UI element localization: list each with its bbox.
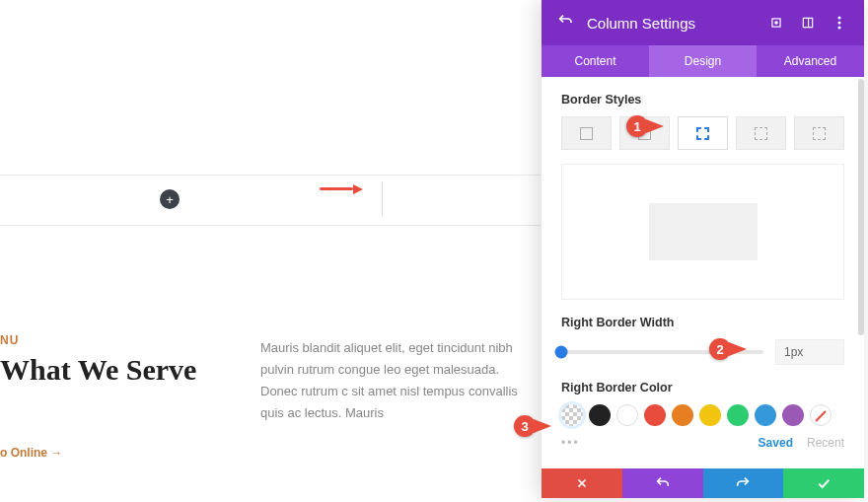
action-bar — [542, 468, 864, 498]
recent-tab[interactable]: Recent — [807, 436, 844, 450]
border-style-selector — [561, 116, 844, 150]
panel-header: Column Settings — [542, 0, 864, 45]
body-text: Mauris blandit aliquet elit, eget tincid… — [260, 337, 537, 424]
swatch-white[interactable] — [616, 404, 638, 426]
border-style-bottom[interactable] — [736, 116, 786, 150]
callout-2: 2 — [709, 338, 747, 360]
instruction-arrow — [320, 187, 353, 190]
arrow-right-icon: → — [50, 446, 62, 460]
tab-content[interactable]: Content — [542, 45, 649, 77]
order-online-link[interactable]: o Online → — [0, 446, 62, 460]
swatch-purple[interactable] — [782, 404, 804, 426]
scrollbar[interactable] — [858, 79, 864, 335]
save-button[interactable] — [783, 468, 864, 498]
swatch-transparent[interactable] — [561, 404, 583, 426]
redo-button[interactable] — [703, 468, 784, 498]
right-border-width-label: Right Border Width — [561, 316, 844, 329]
swatch-blue[interactable] — [755, 404, 776, 426]
border-width-input[interactable]: 1px — [775, 339, 844, 365]
expand-icon[interactable] — [767, 14, 785, 32]
back-icon[interactable] — [557, 13, 573, 33]
swatch-green[interactable] — [727, 404, 749, 426]
callout-3: 3 — [514, 415, 551, 437]
divider — [0, 175, 541, 176]
column-separator — [382, 181, 383, 216]
border-style-right[interactable] — [678, 116, 728, 150]
divider — [0, 225, 541, 226]
tabs: Content Design Advanced — [542, 45, 864, 77]
add-section-button[interactable]: + — [160, 189, 180, 209]
svg-point-5 — [838, 22, 841, 25]
plus-icon: + — [166, 193, 174, 206]
callout-1: 1 — [626, 115, 664, 137]
undo-button[interactable] — [622, 468, 703, 498]
snap-icon[interactable] — [799, 14, 817, 32]
border-preview — [561, 164, 844, 300]
swatch-orange[interactable] — [672, 404, 693, 426]
slider-thumb[interactable] — [555, 346, 568, 359]
right-border-color-label: Right Border Color — [561, 381, 844, 394]
preview-inner — [649, 203, 758, 260]
swatch-yellow[interactable] — [699, 404, 721, 426]
tab-advanced[interactable]: Advanced — [757, 45, 864, 77]
border-style-all[interactable] — [561, 116, 612, 150]
more-icon[interactable] — [831, 14, 848, 32]
swatch-none[interactable] — [810, 404, 832, 426]
discard-button[interactable] — [542, 468, 622, 498]
svg-point-6 — [838, 27, 841, 30]
swatch-black[interactable] — [589, 404, 611, 426]
color-swatches — [561, 404, 844, 426]
page-title: What We Serve — [0, 353, 196, 387]
border-styles-label: Border Styles — [561, 93, 844, 107]
svg-point-4 — [838, 17, 841, 20]
tab-design[interactable]: Design — [649, 45, 757, 77]
border-style-left[interactable] — [794, 116, 844, 150]
section-eyebrow: NU — [0, 333, 19, 347]
panel-title: Column Settings — [587, 15, 754, 32]
svg-point-1 — [775, 22, 777, 24]
saved-tab[interactable]: Saved — [759, 436, 793, 450]
swatch-red[interactable] — [644, 404, 666, 426]
column-settings-panel: Column Settings Content Design Advanced … — [542, 0, 864, 498]
more-dots-icon[interactable]: ••• — [561, 436, 580, 450]
